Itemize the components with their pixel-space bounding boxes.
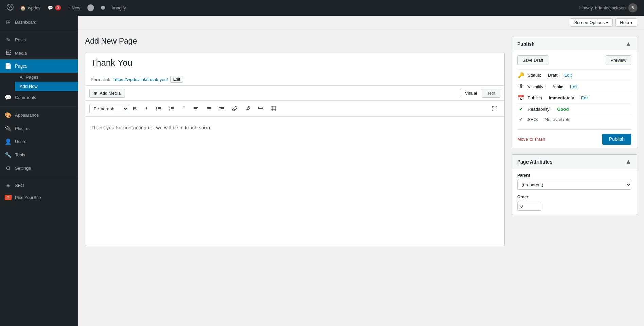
move-to-trash-link[interactable]: Move to Trash [517, 137, 545, 142]
visibility-edit-link[interactable]: Edit [570, 84, 577, 89]
more-button[interactable] [255, 103, 266, 114]
all-pages-label: All Pages [20, 75, 38, 80]
visual-tab[interactable]: Visual [460, 89, 482, 98]
sidebar-item-comments[interactable]: 💬 Comments [0, 91, 78, 104]
page-attributes-header[interactable]: Page Attributes ▲ [512, 155, 637, 169]
svg-rect-10 [171, 110, 174, 110]
order-label: Order [517, 195, 631, 199]
adminbar-comments[interactable]: 💬 0 [44, 0, 65, 16]
adminbar-plugin-label: Imagify [112, 5, 126, 11]
sidebar-item-add-new[interactable]: Add New [15, 82, 78, 91]
svg-rect-8 [171, 107, 174, 108]
readability-value: Good [557, 107, 569, 112]
adminbar-new-label: + New [68, 5, 80, 11]
svg-rect-27 [271, 106, 276, 111]
publish-button[interactable]: Publish [602, 134, 631, 145]
order-input[interactable] [517, 202, 541, 211]
fullscreen-button[interactable] [489, 103, 500, 114]
align-center-button[interactable] [203, 103, 215, 114]
unordered-list-button[interactable] [153, 103, 164, 114]
settings-icon: ⚙ [5, 165, 12, 171]
add-new-label: Add New [20, 84, 38, 89]
add-media-label: Add Media [100, 91, 121, 96]
status-label: Status: [527, 73, 541, 78]
adminbar-wp-logo[interactable]: W [3, 0, 17, 16]
sidebar-item-dashboard[interactable]: ⊞ Dashboard [0, 16, 78, 29]
comment-icon: 💬 [48, 5, 53, 11]
visibility-icon: 👁 [517, 83, 525, 90]
screen-options-button[interactable]: Screen Options ▾ [570, 18, 613, 27]
align-right-button[interactable] [216, 103, 228, 114]
visibility-row: 👁 Visibility: Public Edit [517, 81, 631, 92]
appearance-icon: 🎨 [5, 112, 12, 118]
align-left-button[interactable] [190, 103, 202, 114]
page-attributes-title: Page Attributes [517, 159, 552, 165]
sidebar-item-settings[interactable]: ⚙ Settings [0, 161, 78, 175]
link-button[interactable] [229, 103, 240, 114]
text-tab[interactable]: Text [482, 89, 500, 98]
sidebar-item-posts[interactable]: ✎ Posts [0, 33, 78, 46]
publish-time-edit-link[interactable]: Edit [581, 95, 588, 100]
save-draft-button[interactable]: Save Draft [517, 55, 548, 65]
parent-select[interactable]: (no parent) [517, 180, 631, 190]
help-label: Help [620, 20, 629, 25]
sidebar-label-tools: Tools [15, 152, 25, 157]
sidebar-item-all-pages[interactable]: All Pages [15, 73, 78, 82]
content-area: Screen Options ▾ Help ▾ Add New Page Per… [78, 16, 644, 326]
sidebar-item-users[interactable]: 👤 Users [0, 135, 78, 148]
adminbar-status-dot[interactable] [97, 0, 108, 16]
adminbar-yoast[interactable] [84, 0, 97, 16]
page-attributes-toggle-icon: ▲ [625, 158, 631, 165]
sidebar-item-tools[interactable]: 🔧 Tools [0, 148, 78, 161]
sidebar-label-plugins: Plugins [15, 126, 30, 131]
svg-rect-21 [221, 108, 224, 109]
adminbar-site[interactable]: 🏠 wpdev [17, 0, 44, 16]
seo-row: ✔ SEO: Not available [517, 114, 631, 124]
posts-icon: ✎ [5, 37, 12, 43]
publish-time-row: 📅 Publish immediately Edit [517, 92, 631, 103]
visibility-label: Visibility: [527, 84, 544, 89]
sidebar-item-pages[interactable]: 📄 Pages [0, 59, 78, 73]
permalink-edit-button[interactable]: Edit [170, 76, 183, 83]
adminbar-user[interactable]: Howdy, brianleejackson B [576, 3, 641, 12]
permalink-label: Permalink: [91, 77, 111, 82]
status-edit-link[interactable]: Edit [564, 73, 572, 78]
visual-text-tabs: Visual Text [460, 89, 500, 98]
adminbar-site-name: wpdev [28, 5, 41, 11]
sidebar-item-appearance[interactable]: 🎨 Appearance [0, 109, 78, 122]
format-select[interactable]: Paragraph Heading 1 Heading 2 Heading 3 [89, 104, 128, 113]
ordered-list-button[interactable]: 123 [166, 103, 177, 114]
permalink-url[interactable]: https://wpdev.ink/thank-you/ [113, 77, 168, 82]
editor-content[interactable]: Thank you for contacting us, we will be … [85, 117, 504, 246]
bold-button[interactable]: B [130, 103, 140, 114]
readability-icon: ✔ [517, 106, 525, 112]
page-attributes-box: Page Attributes ▲ Parent (no parent) Ord… [512, 154, 637, 215]
svg-rect-2 [158, 107, 161, 108]
table-button[interactable] [268, 103, 279, 114]
permalink-bar: Permalink: https://wpdev.ink/thank-you/ … [85, 73, 504, 86]
right-sidebar: Publish ▲ Save Draft Preview 🔑 Status: D… [512, 37, 637, 319]
svg-point-6 [156, 108, 157, 109]
preview-button[interactable]: Preview [606, 55, 631, 65]
dashboard-icon: ⊞ [5, 19, 12, 25]
sidebar-label-pages: Pages [15, 63, 28, 69]
sidebar-item-seo[interactable]: ◈ SEO [0, 179, 78, 191]
page-title-input[interactable] [85, 53, 504, 73]
sidebar-item-plugins[interactable]: 🔌 Plugins [0, 122, 78, 135]
wp-icon: W [7, 4, 14, 12]
italic-button[interactable]: I [141, 103, 151, 114]
publish-box-header[interactable]: Publish ▲ [512, 37, 637, 51]
adminbar-new[interactable]: + New [65, 0, 84, 16]
adminbar-greeting: Howdy, brianleejackson [579, 5, 626, 11]
help-button[interactable]: Help ▾ [615, 18, 637, 27]
add-media-button[interactable]: ⊕ Add Media [89, 89, 125, 98]
editor-box: Permalink: https://wpdev.ink/thank-you/ … [85, 53, 505, 246]
adminbar-plugin[interactable]: Imagify [108, 0, 129, 16]
page-attributes-body: Parent (no parent) Order [512, 169, 637, 215]
sidebar-item-media[interactable]: 🖼 Media [0, 46, 78, 59]
admin-bar: W 🏠 wpdev 💬 0 + New Imagify Howdy, brian… [0, 0, 644, 16]
sidebar-item-pixelyoursite[interactable]: f PixelYourSite [0, 191, 78, 204]
svg-marker-26 [262, 107, 263, 108]
blockquote-button[interactable]: " [179, 103, 189, 114]
unlink-button[interactable] [242, 103, 253, 114]
